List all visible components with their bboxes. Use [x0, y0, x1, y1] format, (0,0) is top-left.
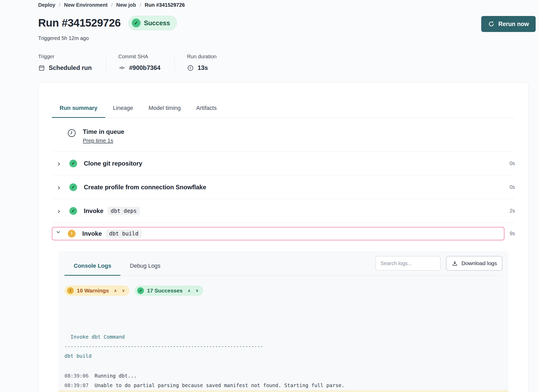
caret-up-icon[interactable]: ∧	[188, 288, 191, 293]
meta-commit-label: Commit SHA	[118, 54, 160, 60]
caret-down-icon[interactable]: ∨	[196, 288, 199, 293]
rerun-now-label: Rerun now	[498, 21, 529, 28]
step-label: Create profile from connection Snowflake	[84, 184, 206, 191]
log-line: 08:39:06Running dbt...	[64, 371, 502, 381]
log-timestamp: 08:39:07	[64, 382, 88, 388]
refresh-icon	[488, 21, 495, 27]
step-status-icon	[69, 160, 77, 167]
breadcrumb-link[interactable]: Deploy	[38, 2, 60, 8]
prep-time-link[interactable]: Prep time 1s	[83, 137, 113, 144]
step-label: Invoke	[84, 207, 103, 215]
meta-trigger-label: Trigger	[38, 54, 92, 60]
chevron-right-icon[interactable]: ›	[58, 207, 63, 215]
time-in-queue-section: Time in queue Prep time 1s	[52, 118, 515, 152]
log-tab[interactable]: Console Logs	[64, 263, 120, 276]
log-message: Unable to do partial parsing because sav…	[95, 382, 345, 388]
log-timestamp: 08:39:06	[64, 373, 88, 379]
step-list: › Clone git repository 0s › Create profi…	[52, 152, 515, 251]
pill-status-icon	[137, 287, 144, 294]
step-command-chip: dbt build	[106, 230, 142, 238]
step-label: Clone git repository	[84, 160, 142, 167]
run-summary-card: Run summaryLineageModel timingArtifacts …	[38, 82, 529, 392]
log-command-line: Invoke dbt Command	[64, 332, 502, 342]
breadcrumb-current: Run #341529726	[145, 2, 185, 8]
log-summary-badges: 10 Warnings ∧ ∨ 17 Successes ∧ ∨	[64, 285, 502, 296]
run-tabs: Run summaryLineageModel timingArtifacts	[52, 102, 515, 118]
step-row[interactable]: › Clone git repository 0s	[52, 152, 515, 175]
run-tab[interactable]: Run summary	[52, 102, 105, 118]
meta-commit-value: #900b7364	[129, 64, 160, 71]
log-lines: 08:39:06Running dbt... 08:39:07Unable to…	[64, 371, 502, 392]
step-label: Invoke	[82, 230, 102, 237]
meta-trigger-value: Scheduled run	[49, 64, 92, 71]
step-row[interactable]: › Create profile from connection Snowfla…	[52, 175, 515, 199]
chevron-right-icon[interactable]: ›	[55, 231, 63, 236]
meta-trigger: Trigger Scheduled run	[38, 54, 106, 71]
log-count-pill[interactable]: 17 Successes ∧ ∨	[135, 285, 203, 296]
logs-panel: Console LogsDebug Logs Download logs	[58, 251, 509, 392]
log-message: Running dbt...	[95, 373, 137, 379]
breadcrumb: DeployNew EnvironmentNew jobRun #3415297…	[38, 0, 536, 8]
step-row[interactable]: › Invoke dbt deps 2s	[52, 199, 515, 223]
console-log-output: Invoke dbt Command----------------------…	[64, 304, 502, 392]
step-duration: 9s	[510, 231, 515, 236]
page-title: Run #341529726	[38, 17, 121, 29]
clock-icon	[187, 64, 194, 71]
check-circle-icon: ✓	[132, 19, 141, 27]
pill-status-icon	[67, 287, 74, 294]
step-status-icon	[68, 230, 76, 238]
pill-label: 17 Successes	[147, 288, 183, 294]
meta-duration: Run duration 13s	[174, 54, 231, 71]
search-logs-input[interactable]	[375, 256, 440, 271]
status-badge: ✓ Success	[128, 16, 177, 30]
meta-commit: Commit SHA #900b7364	[106, 54, 174, 71]
download-logs-label: Download logs	[461, 260, 497, 266]
run-tab[interactable]: Lineage	[105, 102, 141, 118]
step-duration: 0s	[510, 160, 515, 166]
chevron-right-icon[interactable]: ›	[58, 183, 63, 191]
queue-title: Time in queue	[83, 128, 124, 135]
step-command-chip: dbt deps	[108, 207, 140, 215]
triggered-timestamp: Triggered 5h 12m ago	[38, 35, 536, 41]
breadcrumb-link[interactable]: New Environment	[64, 2, 112, 8]
log-command-line: dbt build	[64, 351, 502, 361]
caret-down-icon[interactable]: ∨	[122, 288, 125, 293]
run-tab[interactable]: Model timing	[141, 102, 189, 118]
breadcrumb-link[interactable]: New job	[116, 2, 141, 8]
log-command-line: ----------------------------------------…	[64, 342, 502, 351]
download-logs-button[interactable]: Download logs	[446, 256, 502, 271]
meta-duration-value: 13s	[198, 64, 208, 71]
step-duration: 2s	[510, 208, 515, 214]
pill-label: 10 Warnings	[77, 288, 109, 294]
caret-up-icon[interactable]: ∧	[114, 288, 117, 293]
log-line: 08:39:08WARNINGDid not find matching nod…	[58, 390, 509, 392]
step-duration: 0s	[510, 184, 515, 190]
status-badge-label: Success	[144, 19, 170, 27]
log-command-header: Invoke dbt Command----------------------…	[64, 304, 502, 361]
log-count-pill[interactable]: 10 Warnings ∧ ∨	[64, 285, 129, 296]
chevron-right-icon[interactable]: ›	[58, 160, 63, 167]
run-meta: Trigger Scheduled run Commit SHA	[38, 54, 536, 71]
log-tab[interactable]: Debug Logs	[120, 263, 170, 276]
run-detail-page: DeployNew EnvironmentNew jobRun #3415297…	[0, 0, 539, 392]
queue-clock-icon	[67, 128, 77, 144]
log-line: 08:39:07Unable to do partial parsing bec…	[64, 381, 502, 390]
step-status-icon	[69, 207, 77, 215]
step-row[interactable]: › Invoke dbt build 9s	[52, 223, 515, 251]
step-status-icon	[69, 183, 77, 191]
rerun-now-button[interactable]: Rerun now	[481, 16, 536, 32]
download-icon	[452, 260, 458, 267]
git-commit-icon	[118, 64, 126, 71]
meta-duration-label: Run duration	[187, 54, 217, 60]
calendar-icon	[38, 64, 45, 71]
run-tab[interactable]: Artifacts	[189, 102, 224, 118]
